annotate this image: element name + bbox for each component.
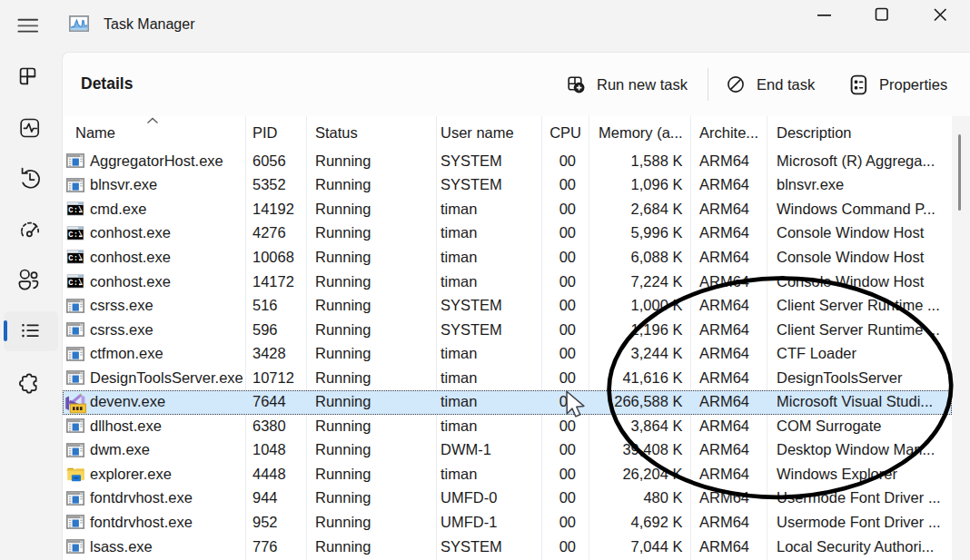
svg-text:C:\: C:\ (68, 231, 83, 240)
svg-text:C:\: C:\ (68, 206, 83, 215)
svg-text:C:\: C:\ (68, 279, 83, 288)
svg-text:C:\: C:\ (68, 254, 83, 263)
